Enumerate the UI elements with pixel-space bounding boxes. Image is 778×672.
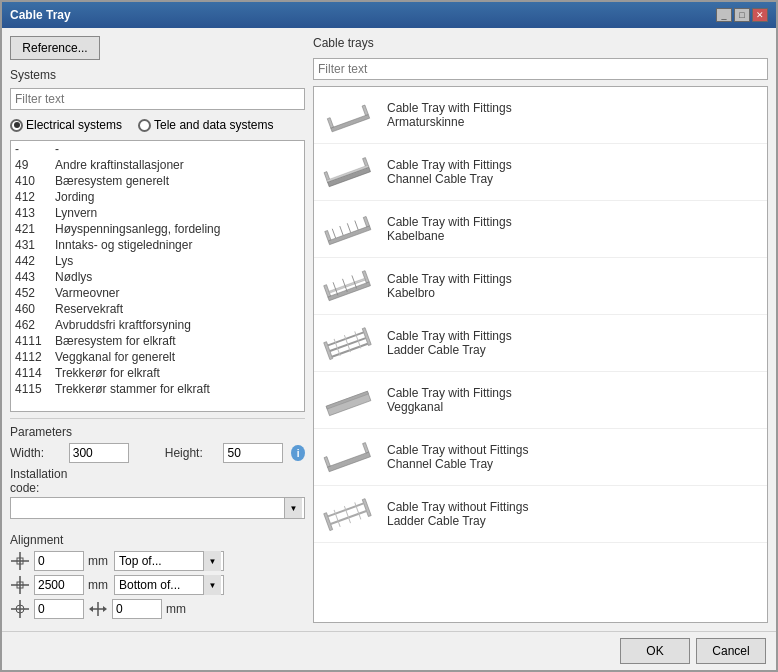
svg-line-25	[347, 223, 350, 232]
system-name: Inntaks- og stigeledninger	[51, 237, 304, 253]
info-icon[interactable]: i	[291, 445, 305, 461]
align-input-1[interactable]	[34, 551, 84, 571]
width-label: Width:	[10, 446, 61, 460]
tray-name-6: Cable Tray without Fittings Channel Cabl…	[387, 443, 528, 471]
system-name: Høyspenningsanlegg, fordeling	[51, 221, 304, 237]
content-area: Reference... Systems Electrical systems …	[2, 28, 776, 631]
table-row[interactable]: 4114Trekkerør for elkraft	[11, 365, 304, 381]
svg-marker-11	[103, 606, 107, 612]
svg-rect-13	[331, 114, 370, 131]
align-dropdown-2[interactable]: Bottom of... ▼	[114, 575, 224, 595]
table-row[interactable]: 421Høyspenningsanlegg, fordeling	[11, 221, 304, 237]
tray-icon-7	[322, 494, 377, 534]
svg-rect-16	[327, 167, 370, 187]
radio-tele-label: Tele and data systems	[154, 118, 273, 132]
system-code: 452	[11, 285, 51, 301]
system-name: Andre kraftinstallasjoner	[51, 157, 304, 173]
system-name: Reservekraft	[51, 301, 304, 317]
align-row-2: mm Bottom of... ▼	[10, 575, 305, 595]
system-name: Avbruddsfri kraftforsyning	[51, 317, 304, 333]
cancel-button[interactable]: Cancel	[696, 638, 766, 664]
svg-line-26	[355, 221, 358, 230]
radio-tele[interactable]: Tele and data systems	[138, 118, 273, 132]
system-code: 410	[11, 173, 51, 189]
alignment-label: Alignment	[10, 533, 305, 547]
bottom-bar: OK Cancel	[2, 631, 776, 670]
align-row-3: mm	[10, 599, 305, 619]
svg-rect-29	[362, 271, 369, 283]
svg-rect-28	[324, 285, 331, 297]
svg-rect-21	[325, 230, 331, 240]
table-row[interactable]: 452Varmeovner	[11, 285, 304, 301]
system-code: 4111	[11, 333, 51, 349]
right-panel: Cable trays Cable Tray with Fittings Arm…	[313, 36, 768, 623]
close-button[interactable]: ✕	[752, 8, 768, 22]
params-section: Parameters Width: Height: i Installation…	[10, 418, 305, 523]
system-name: Nødlys	[51, 269, 304, 285]
table-row[interactable]: 4112Veggkanal for generelt	[11, 349, 304, 365]
table-row[interactable]: 431Inntaks- og stigeledninger	[11, 237, 304, 253]
minimize-button[interactable]: _	[716, 8, 732, 22]
align-dropdown-1-label: Top of...	[119, 554, 162, 568]
height-input[interactable]	[223, 443, 283, 463]
system-name: Lynvern	[51, 205, 304, 221]
svg-marker-12	[89, 606, 93, 612]
table-row[interactable]: 462Avbruddsfri kraftforsyning	[11, 317, 304, 333]
align-input-2[interactable]	[34, 575, 84, 595]
install-code-dropdown[interactable]: ▼	[10, 497, 305, 519]
table-row[interactable]: 410Bæresystem generelt	[11, 173, 304, 189]
align-unit-2: mm	[88, 578, 110, 592]
tray-icon-5	[322, 380, 377, 420]
params-label: Parameters	[10, 425, 305, 439]
maximize-button[interactable]: □	[734, 8, 750, 22]
list-item[interactable]: Cable Tray with Fittings Channel Cable T…	[314, 144, 767, 201]
list-item[interactable]: Cable Tray with Fittings Ladder Cable Tr…	[314, 315, 767, 372]
table-row[interactable]: 412Jording	[11, 189, 304, 205]
system-code: 412	[11, 189, 51, 205]
trays-list[interactable]: Cable Tray with Fittings Armaturskinne C…	[313, 86, 768, 623]
table-row[interactable]: 413Lynvern	[11, 205, 304, 221]
table-row[interactable]: 4111Bæresystem for elkraft	[11, 333, 304, 349]
align-input-3[interactable]	[34, 599, 84, 619]
system-name: Varmeovner	[51, 285, 304, 301]
table-row[interactable]: 460Reservekraft	[11, 301, 304, 317]
cable-tray-dialog: Cable Tray _ □ ✕ Reference... Systems El…	[0, 0, 778, 672]
tray-name-0: Cable Tray with Fittings Armaturskinne	[387, 101, 512, 129]
systems-filter-input[interactable]	[10, 88, 305, 110]
systems-list[interactable]: --49Andre kraftinstallasjoner410Bæresyst…	[11, 141, 304, 411]
table-row[interactable]: 443Nødlys	[11, 269, 304, 285]
ok-button[interactable]: OK	[620, 638, 690, 664]
align-cross-icon-1	[10, 551, 30, 571]
align-dropdown-2-label: Bottom of...	[119, 578, 180, 592]
width-input[interactable]	[69, 443, 129, 463]
svg-line-24	[340, 226, 343, 235]
tray-name-4: Cable Tray with Fittings Ladder Cable Tr…	[387, 329, 512, 357]
list-item[interactable]: Cable Tray with Fittings Armaturskinne	[314, 87, 767, 144]
list-item[interactable]: Cable Tray without Fittings Channel Cabl…	[314, 429, 767, 486]
table-row[interactable]: 442Lys	[11, 253, 304, 269]
svg-rect-15	[362, 105, 368, 115]
system-code: -	[11, 141, 51, 157]
tray-icon-4	[322, 323, 377, 363]
table-row[interactable]: 49Andre kraftinstallasjoner	[11, 157, 304, 173]
system-code: 442	[11, 253, 51, 269]
table-row[interactable]: --	[11, 141, 304, 157]
align-dropdown-1[interactable]: Top of... ▼	[114, 551, 224, 571]
svg-rect-48	[362, 499, 371, 517]
radio-electrical-label: Electrical systems	[26, 118, 122, 132]
trays-filter-input[interactable]	[313, 58, 768, 80]
system-code: 413	[11, 205, 51, 221]
radio-electrical[interactable]: Electrical systems	[10, 118, 122, 132]
reference-button[interactable]: Reference...	[10, 36, 100, 60]
list-item[interactable]: Cable Tray with Fittings Veggkanal	[314, 372, 767, 429]
svg-rect-14	[327, 118, 333, 128]
list-item[interactable]: Cable Tray without Fittings Ladder Cable…	[314, 486, 767, 543]
list-item[interactable]: Cable Tray with Fittings Kabelbane	[314, 201, 767, 258]
system-code: 4112	[11, 349, 51, 365]
align-dropdown-2-arrow: ▼	[203, 575, 221, 595]
tray-name-1: Cable Tray with Fittings Channel Cable T…	[387, 158, 512, 186]
align-input-3b[interactable]	[112, 599, 162, 619]
table-row[interactable]: 4115Trekkerør stammer for elkraft	[11, 381, 304, 397]
list-item[interactable]: Cable Tray with Fittings Kabelbro	[314, 258, 767, 315]
align-row-3-right: mm	[88, 599, 188, 619]
